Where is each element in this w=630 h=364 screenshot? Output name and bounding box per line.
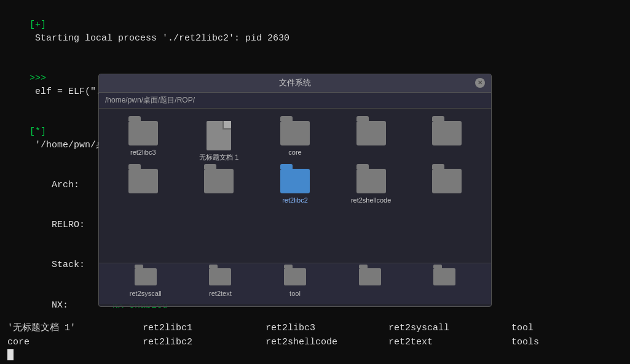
fm-address-bar: /home/pwn/桌面/题目/ROP/ [99, 93, 491, 109]
folder-icon [204, 169, 234, 193]
file-manager-overlay[interactable]: 文件系统 ✕ /home/pwn/桌面/题目/ROP/ ret2libc3 无标… [98, 74, 492, 307]
fm-bottom-bar: ret2syscall ret2text tool [99, 263, 491, 304]
fm-icon-empty3[interactable] [108, 169, 178, 206]
fm-content: ret2libc3 无标题文档 1 core [99, 109, 491, 304]
fm-bottom-empty1 [333, 268, 408, 299]
ls-cell: tool [511, 322, 630, 336]
cursor-line [7, 349, 623, 360]
folder-icon [280, 121, 310, 145]
small-folder-icon [135, 268, 157, 285]
fm-bottom-tool[interactable]: tool [258, 268, 333, 299]
folder-icon [432, 169, 462, 193]
fm-close-button[interactable]: ✕ [475, 78, 485, 88]
ls-cell: ret2shellcode [266, 336, 388, 350]
fm-icon-label: 无标题文档 1 [199, 153, 238, 163]
fm-bottom-ret2syscall[interactable]: ret2syscall [108, 268, 183, 299]
folder-icon [128, 121, 158, 145]
fm-bottom-label: ret2syscall [130, 289, 162, 299]
ls-cell: ret2libc1 [143, 322, 266, 336]
small-folder-icon [209, 268, 231, 285]
folder-icon [356, 169, 386, 193]
file-icon [207, 121, 231, 150]
fm-icon-empty4[interactable] [184, 169, 254, 206]
fm-bottom-empty2 [407, 268, 482, 299]
cursor-block [7, 349, 14, 360]
fm-bottom-label: ret2text [209, 289, 232, 299]
ls-cell: ret2syscall [388, 322, 511, 336]
ls-output: '无标题文档 1' ret2libc1 ret2libc3 ret2syscal… [0, 319, 630, 364]
ls-row2: core ret2libc2 ret2shellcode ret2text to… [7, 336, 623, 350]
ls-cell: ret2libc3 [266, 322, 388, 336]
fm-icon-ret2libc2[interactable]: ret2libc2 [260, 169, 330, 206]
ls-cell: '无标题文档 1' [7, 322, 143, 336]
terminal-window: [+] Starting local process './ret2libc2'… [0, 0, 630, 364]
folder-icon [128, 169, 158, 193]
fm-icons-area: ret2libc3 无标题文档 1 core [99, 109, 491, 263]
fm-icon-empty2[interactable] [412, 121, 482, 163]
fm-icon-label: core [288, 148, 301, 158]
fm-bottom-label: tool [289, 289, 301, 299]
fm-icon-ret2shellcode[interactable]: ret2shellcode [336, 169, 406, 206]
folder-selected-icon [280, 169, 310, 193]
ls-row1: '无标题文档 1' ret2libc1 ret2libc3 ret2syscal… [7, 322, 623, 336]
fm-icon-empty5[interactable] [412, 169, 482, 206]
fm-icon-label: ret2libc3 [130, 148, 156, 158]
folder-icon [432, 121, 462, 145]
small-folder-icon [433, 268, 455, 285]
fm-icon-empty1[interactable] [336, 121, 406, 163]
fm-title: 文件系统 [115, 77, 475, 89]
folder-icon [356, 121, 386, 145]
fm-titlebar: 文件系统 ✕ [99, 74, 491, 93]
fm-icon-label: ret2shellcode [351, 196, 391, 206]
fm-icon-untitled[interactable]: 无标题文档 1 [184, 121, 254, 163]
fm-icon-core[interactable]: core [260, 121, 330, 163]
fm-icon-label: ret2libc2 [282, 196, 308, 206]
ls-cell: tools [511, 336, 630, 350]
small-folder-icon [359, 268, 381, 285]
fm-bottom-ret2text[interactable]: ret2text [183, 268, 258, 299]
ls-cell: core [7, 336, 143, 350]
ls-cell: ret2libc2 [143, 336, 266, 350]
small-folder-icon [284, 268, 306, 285]
ls-cell: ret2text [388, 336, 511, 350]
terminal-line-1: [+] Starting local process './ret2libc2'… [7, 5, 623, 58]
fm-icon-ret2libc3[interactable]: ret2libc3 [108, 121, 178, 163]
